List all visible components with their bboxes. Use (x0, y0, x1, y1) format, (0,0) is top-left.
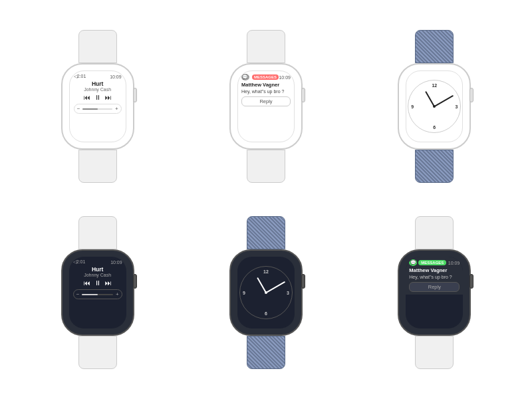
volume-min-icon: − (76, 291, 80, 297)
watch-top-right: 12 3 6 9 (357, 20, 512, 193)
strap-top (415, 216, 454, 249)
watches-grid: ◁2:01 10:09 Hurt Johnny Cash ⏮ ⏸ ⏭ − (0, 0, 532, 399)
center-dot (433, 105, 436, 108)
strap-bottom (247, 150, 285, 183)
music-player-screen: ◁2:01 10:09 Hurt Johnny Cash ⏮ ⏸ ⏭ − (70, 71, 126, 116)
music-topbar: ◁2:01 10:09 (74, 74, 122, 79)
minute-hand (266, 281, 285, 293)
message-text: Hey, what''s up bro ? (409, 274, 460, 280)
messages-dark-screen: 💬 MESSAGES 10:09 Matthew Vagner Hey, wha… (406, 257, 463, 295)
message-text: Hey, what''s up bro ? (241, 88, 291, 94)
song-artist: Johnny Cash (84, 87, 111, 92)
center-dot (265, 291, 267, 294)
watch-body-bottom-right: 💬 MESSAGES 10:09 Matthew Vagner Hey, wha… (398, 216, 471, 369)
minute-hand (434, 95, 454, 107)
pause-button[interactable]: ⏸ (94, 94, 101, 101)
clock-6: 6 (433, 125, 436, 130)
clock-screen: 12 3 6 9 (406, 71, 462, 142)
song-title: Hurt (92, 80, 103, 87)
watch-screen: 💬 MESSAGES 10:09 Matthew Vagner Hey, wha… (237, 70, 295, 142)
strap-top (415, 30, 454, 63)
pause-button[interactable]: ⏸ (94, 280, 101, 287)
messages-icon: 💬 (241, 74, 249, 80)
watch-screen: 💬 MESSAGES 10:09 Matthew Vagner Hey, wha… (406, 257, 463, 329)
volume-fill (82, 108, 97, 110)
watch-body-top-center: 💬 MESSAGES 10:09 Matthew Vagner Hey, wha… (229, 30, 303, 183)
message-sender: Matthew Vagner (409, 267, 460, 273)
song-title: Hurt (92, 266, 103, 273)
watch-top-center: 💬 MESSAGES 10:09 Matthew Vagner Hey, wha… (188, 20, 343, 193)
crown-button (301, 274, 305, 289)
watch-screen: 12 3 6 9 (237, 257, 295, 329)
watch-case: 12 3 6 9 (229, 249, 303, 336)
reply-button[interactable]: Reply (409, 282, 460, 292)
message-sender: Matthew Vagner (241, 82, 291, 88)
watch-case: ◁2:01 10:09 Hurt Johnny Cash ⏮ ⏸ ⏭ − (61, 63, 134, 150)
clock-12: 12 (263, 269, 269, 274)
song-artist: Johnny Cash (84, 273, 111, 277)
strap-top (78, 216, 117, 249)
rewind-button[interactable]: ⏮ (84, 94, 90, 101)
hour-hand (425, 91, 435, 107)
clock-3: 3 (455, 104, 458, 109)
hour-hand (257, 277, 267, 293)
clock-6: 6 (265, 311, 267, 316)
watch-bottom-left: ◁2:01 10:09 Hurt Johnny Cash ⏮ ⏸ ⏭ − (20, 206, 175, 379)
message-content: Matthew Vagner Hey, what''s up bro ? (241, 82, 291, 94)
crown-button (133, 88, 137, 102)
msg-time: 10:09 (448, 261, 460, 265)
strap-bottom (415, 336, 454, 369)
watch-case: ◁2:01 10:09 Hurt Johnny Cash ⏮ ⏸ ⏭ − (61, 249, 134, 336)
crown-button (301, 88, 305, 102)
strap-bottom (78, 150, 117, 183)
watch-case: 💬 MESSAGES 10:09 Matthew Vagner Hey, wha… (398, 249, 471, 336)
clock-face: 12 3 6 9 (408, 80, 461, 133)
clock-12: 12 (432, 83, 437, 88)
strap-top (247, 30, 285, 63)
clock-9: 9 (411, 104, 414, 109)
strap-top (78, 30, 117, 63)
music-prev-indicator: ◁2:01 (73, 259, 86, 265)
volume-max-icon: + (116, 291, 119, 297)
notification-badge: MESSAGES (418, 260, 446, 265)
rewind-button[interactable]: ⏮ (84, 280, 90, 287)
music-topbar: ◁2:01 10:09 (73, 259, 122, 265)
volume-fill (82, 294, 97, 295)
watch-case: 💬 MESSAGES 10:09 Matthew Vagner Hey, wha… (229, 63, 303, 150)
volume-min-icon: − (77, 106, 80, 112)
volume-track (82, 294, 113, 295)
fastforward-button[interactable]: ⏭ (105, 94, 112, 101)
crown-button (133, 274, 137, 289)
crown-button (469, 274, 473, 289)
fastforward-button[interactable]: ⏭ (105, 280, 112, 287)
watch-screen: 12 3 6 9 (406, 70, 463, 142)
watch-bottom-center: 12 3 6 9 (188, 206, 343, 379)
notification-badge: MESSAGES (252, 74, 279, 80)
msg-topbar: 💬 MESSAGES 10:09 (409, 259, 460, 266)
volume-max-icon: + (115, 106, 118, 112)
clock-face: 12 3 6 9 (239, 266, 293, 319)
music-time: 10:09 (110, 74, 122, 79)
clock-9: 9 (243, 291, 245, 295)
crown-button (469, 88, 473, 102)
watch-top-left: ◁2:01 10:09 Hurt Johnny Cash ⏮ ⏸ ⏭ − (20, 20, 175, 193)
clock-dark-screen: 12 3 6 9 (237, 257, 295, 329)
clock-3: 3 (287, 291, 289, 295)
watch-case: 12 3 6 9 (398, 63, 471, 150)
strap-bottom (78, 336, 117, 369)
music-player-dark-screen: ◁2:01 10:09 Hurt Johnny Cash ⏮ ⏸ ⏭ − (69, 257, 126, 302)
watch-screen: ◁2:01 10:09 Hurt Johnny Cash ⏮ ⏸ ⏭ − (69, 70, 126, 142)
watch-body-top-left: ◁2:01 10:09 Hurt Johnny Cash ⏮ ⏸ ⏭ − (61, 30, 134, 183)
strap-bottom (415, 150, 454, 183)
watch-bottom-right: 💬 MESSAGES 10:09 Matthew Vagner Hey, wha… (357, 206, 512, 379)
volume-track (82, 108, 112, 110)
messages-icon: 💬 (409, 259, 417, 266)
strap-bottom (247, 336, 285, 369)
reply-button[interactable]: Reply (241, 96, 291, 106)
volume-control: − + (74, 104, 122, 114)
watch-screen: ◁2:01 10:09 Hurt Johnny Cash ⏮ ⏸ ⏭ − (69, 257, 126, 329)
strap-top (247, 216, 285, 249)
watch-body-bottom-center: 12 3 6 9 (229, 216, 303, 369)
playback-controls: ⏮ ⏸ ⏭ (84, 280, 112, 287)
playback-controls: ⏮ ⏸ ⏭ (84, 94, 112, 101)
